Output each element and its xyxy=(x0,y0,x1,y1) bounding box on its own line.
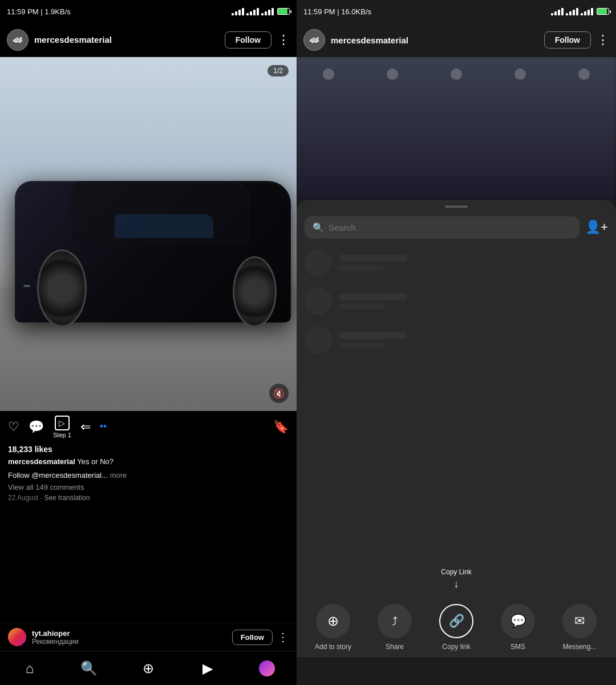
nav-home[interactable]: ⌂ xyxy=(17,656,42,681)
search-icon: 🔍 xyxy=(80,660,98,676)
profile-picture xyxy=(259,660,275,676)
commenter-text: Рекомендации xyxy=(32,638,79,646)
caption-sub-text: Follow @mercesdesmaterial... xyxy=(8,471,108,480)
commenter-avatar xyxy=(8,628,26,646)
share-actions-bar: ⊕ Add to story ⤴ Share 🔗 Copy link xyxy=(297,596,616,656)
share-circle: ⤴ xyxy=(378,604,412,638)
list-item xyxy=(297,321,616,360)
step1-label: Step 1 xyxy=(53,432,71,438)
add-to-story-label: Add to story xyxy=(315,643,351,651)
right-bottom-nav xyxy=(297,656,616,685)
list-item xyxy=(297,282,616,321)
comment-icon[interactable]: 💬 xyxy=(29,420,44,434)
commenter-username[interactable]: tyt.ahioper xyxy=(32,629,79,638)
caption-username[interactable]: mercesdesmaterial xyxy=(8,457,75,466)
view-comments[interactable]: View all 149 comments xyxy=(8,483,289,491)
see-translation[interactable]: See translation xyxy=(44,494,90,502)
right-avatar: 🏎 xyxy=(303,29,325,51)
nav-search[interactable]: 🔍 xyxy=(76,656,102,681)
search-bar-icon: 🔍 xyxy=(313,222,324,233)
sms-icon: 💬 xyxy=(510,614,526,628)
follow-button[interactable]: Follow xyxy=(225,31,271,49)
commenter-follow-button[interactable]: Follow xyxy=(232,630,273,645)
post-image-bg: /AMG xyxy=(0,57,297,411)
add-to-story-icon: ⊕ xyxy=(327,613,339,629)
signal-bars-icon xyxy=(232,8,244,15)
date-text: 22 August xyxy=(8,494,38,502)
copy-link-action[interactable]: 🔗 Copy link xyxy=(436,604,476,651)
signal-bars-icon-3 xyxy=(261,8,274,15)
nav-add[interactable]: ⊕ xyxy=(136,656,161,681)
messenger-label: Messeng... xyxy=(563,643,597,651)
right-header: 🏎 mercesdesmaterial Follow ⋮ xyxy=(297,23,616,57)
copy-link-label: Copy Link xyxy=(441,568,471,576)
dots-icon[interactable]: •• xyxy=(100,421,107,433)
share-label: Share xyxy=(386,643,404,651)
left-panel: 11:59 PM | 1.9KB/s xyxy=(0,0,297,685)
bottom-nav: ⌂ 🔍 ⊕ ▶ xyxy=(0,651,297,685)
share-icon[interactable]: ▷ xyxy=(55,416,70,430)
add-icon: ⊕ xyxy=(143,660,154,676)
post-image: /AMG 1/2 🔇 xyxy=(0,57,297,411)
copy-link-action-label: Copy link xyxy=(442,643,470,651)
copy-link-indicator: Copy Link ↓ xyxy=(297,568,616,596)
add-to-story-action[interactable]: ⊕ Add to story xyxy=(313,604,353,651)
username-label: mercesdesmaterial xyxy=(34,35,225,45)
share-action[interactable]: ⤴ Share xyxy=(375,604,415,651)
messenger-icon: ✉ xyxy=(574,614,585,628)
right-signal-1 xyxy=(551,8,564,15)
page-indicator: 1/2 xyxy=(268,65,289,76)
comment-preview: tyt.ahioper Рекомендации Follow ⋮ xyxy=(0,623,297,651)
more-options-icon[interactable]: ⋮ xyxy=(277,33,290,47)
share-icon: ⤴ xyxy=(392,615,398,628)
caption-more[interactable]: more xyxy=(110,471,127,480)
search-bar: 🔍 xyxy=(305,216,579,239)
suggested-users-area xyxy=(297,243,616,568)
post-caption: mercesdesmaterial Yes or No? xyxy=(8,456,289,468)
right-status-time: 11:59 PM | 16.0KB/s xyxy=(303,7,551,16)
sheet-handle xyxy=(445,206,468,208)
messenger-action[interactable]: ✉ Messeng... xyxy=(560,604,599,651)
right-status-bar: 11:59 PM | 16.0KB/s xyxy=(297,0,616,23)
add-user-button[interactable]: 👤+ xyxy=(585,216,608,239)
back-icon[interactable]: ⇐ xyxy=(80,420,91,434)
action-icons-left: ♡ 💬 ▷ Step 1 ⇐ •• xyxy=(8,416,273,438)
reels-icon: ▶ xyxy=(202,660,213,676)
right-signal-3 xyxy=(581,8,593,15)
commenter-info: tyt.ahioper Рекомендации xyxy=(32,629,79,646)
share-actions: ⊕ Add to story ⤴ Share 🔗 Copy link xyxy=(297,604,616,651)
right-status-icons xyxy=(551,8,609,15)
nav-reels[interactable]: ▶ xyxy=(195,656,220,681)
right-more-icon[interactable]: ⋮ xyxy=(597,33,609,47)
volume-button[interactable]: 🔇 xyxy=(269,384,289,403)
bookmark-icon[interactable]: 🔖 xyxy=(273,420,289,434)
caption-sub-line: Follow @mercesdesmaterial... more xyxy=(8,470,289,481)
left-header: 🏎 mercesdesmaterial Follow ⋮ xyxy=(0,23,297,57)
ceiling-lights xyxy=(297,68,616,80)
copy-link-arrow: ↓ xyxy=(454,578,459,590)
list-item xyxy=(297,243,616,282)
commenter-more-icon[interactable]: ⋮ xyxy=(277,630,289,644)
search-input[interactable] xyxy=(329,223,572,232)
avatar: 🏎 xyxy=(7,29,29,51)
volume-icon: 🔇 xyxy=(273,388,285,399)
right-battery-icon xyxy=(597,8,609,15)
battery-icon xyxy=(277,8,290,15)
sms-action[interactable]: 💬 SMS xyxy=(498,604,538,651)
like-icon[interactable]: ♡ xyxy=(8,420,19,434)
share-wrap: ▷ Step 1 xyxy=(53,416,71,438)
add-to-story-circle: ⊕ xyxy=(316,604,350,638)
left-status-icons xyxy=(232,8,290,15)
avatar-letter: 🏎 xyxy=(13,35,22,45)
nav-profile[interactable] xyxy=(254,656,279,681)
likes-count: 18,233 likes xyxy=(8,445,289,454)
sms-circle: 💬 xyxy=(501,604,535,638)
left-status-time: 11:59 PM | 1.9KB/s xyxy=(7,7,232,16)
share-bottom-sheet: 🔍 👤+ xyxy=(297,200,616,656)
right-follow-button[interactable]: Follow xyxy=(544,31,591,49)
post-info: 18,233 likes mercesdesmaterial Yes or No… xyxy=(0,442,297,623)
car-illustration xyxy=(15,181,291,323)
messenger-circle: ✉ xyxy=(562,604,597,638)
right-username-label: mercesdesmaterial xyxy=(331,35,544,45)
post-date: 22 August · See translation xyxy=(8,494,289,502)
